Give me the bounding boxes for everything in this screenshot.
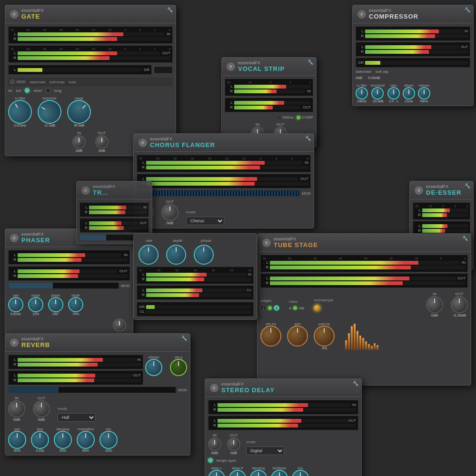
tube-in-r-fill — [270, 266, 411, 269]
phaser-mod-section: MOD — [8, 282, 130, 289]
deesser-out-r-fill — [422, 229, 445, 233]
gate-scfilter-knob[interactable] — [4, 96, 36, 128]
phaser-in-r-fill — [18, 258, 81, 262]
reverb-out-l-label: L — [10, 373, 16, 377]
tube-class-toggle-led[interactable] — [293, 306, 297, 310]
vocal-strip-out-meter: L R OUT — [225, 98, 313, 112]
sd-mode-dropdown[interactable]: Digital Analog Tape — [246, 446, 284, 455]
deesser-in-l: L — [415, 208, 468, 212]
reverb-mod-section: MOD — [8, 387, 187, 393]
reverb-time-val: 3.45s — [36, 449, 44, 452]
sd-in-io-label: IN — [213, 433, 217, 437]
phaser-phase-knob[interactable] — [48, 297, 63, 312]
reverb-mode-dropdown[interactable]: Hall Room Plate — [58, 413, 96, 422]
comp-in-badge: IN — [465, 30, 468, 33]
chorus-in-r-fill — [146, 166, 260, 169]
chorus-rate-knob[interactable] — [139, 245, 159, 265]
sd-damping-knob[interactable] — [250, 470, 267, 476]
reverb-modulation-knob[interactable] — [77, 431, 95, 449]
reverb-mix-knob[interactable] — [99, 431, 118, 449]
tremolo-out-l: L OUT — [82, 221, 147, 225]
gate-radio-short[interactable] — [25, 88, 30, 93]
tube-in-knob[interactable] — [426, 296, 443, 313]
gate-power-btn[interactable] — [10, 79, 15, 84]
sd-mix-knob[interactable] — [292, 470, 309, 476]
reverb-damping-knob[interactable] — [54, 431, 72, 449]
tremolo-out-r-bar — [89, 226, 147, 230]
tube-bar-5 — [357, 331, 358, 350]
compressor-plugin: e essentialFX COMPRESSOR 🔧 L IN — [352, 5, 474, 106]
chorus-header: e essentialFX CHORUS FLANGER 🔧 — [134, 134, 314, 152]
sd-delayR-knob[interactable] — [229, 470, 246, 476]
chorus-phase-knob[interactable] — [194, 245, 214, 265]
phaser-out-knob[interactable] — [113, 318, 126, 332]
sd-in-r-bar — [218, 408, 356, 412]
comp-release-knob[interactable] — [418, 87, 430, 99]
tube-out-l: L OUT — [263, 276, 466, 280]
tube-bar-9 — [368, 344, 370, 350]
sd-in-l-bar — [218, 403, 351, 407]
tube-oversample-led[interactable] — [314, 305, 320, 311]
reverb-in-knob[interactable] — [8, 400, 25, 417]
chorus-out-knob[interactable] — [161, 204, 178, 221]
reverb-release-knob[interactable] — [145, 359, 162, 376]
chorus-depth-knob[interactable] — [166, 245, 186, 265]
deesser-wrench-icon[interactable]: 🔧 — [465, 183, 470, 188]
phaser-out-r: R — [10, 274, 128, 278]
chorus-gr-bar: GR CL — [137, 302, 254, 317]
vocal-strip-wrench-icon[interactable]: 🔧 — [307, 60, 313, 65]
phaser-in-badge: IN — [124, 253, 128, 257]
tube-posteq-knob[interactable] — [314, 326, 335, 347]
deesser-out-r-label: R — [415, 228, 421, 233]
phaser-rate-knob[interactable] — [8, 297, 23, 312]
chorus-out-l-label: L — [139, 177, 145, 181]
chorus-mode-dropdown[interactable]: Chorus Flanger — [186, 217, 224, 225]
tube-stage-1-dot[interactable]: 1 — [260, 305, 266, 311]
reverb-time-knob[interactable] — [31, 431, 49, 449]
phaser-in-l: L IN — [10, 253, 128, 257]
stereo-delay-header: e essentialFX STEREO DELAY 🔧 — [205, 379, 361, 397]
chorus-depth-top-label: depth — [167, 238, 188, 243]
tube-stage-toggle-led[interactable] — [268, 306, 272, 310]
comp-attack-knob[interactable] — [403, 87, 415, 99]
gate-range-knob[interactable] — [62, 95, 96, 129]
phaser-shape-knob[interactable] — [28, 297, 43, 312]
gate-threshold-knob[interactable] — [33, 96, 66, 128]
reverb-out-knob[interactable] — [33, 400, 50, 417]
sd-delayL-knob[interactable] — [208, 470, 225, 476]
comp-ratio-knob[interactable] — [387, 87, 400, 99]
tremolo-out-meter: L OUT R — [79, 218, 149, 233]
vocal-strip-out-r: R OUT — [227, 105, 311, 109]
stereo-delay-wrench-icon[interactable]: 🔧 — [353, 381, 358, 386]
sd-tempo-sync-btn[interactable] — [208, 458, 213, 463]
chorus-out-l-bar — [146, 177, 298, 181]
tube-stage-2-dot[interactable]: 2 — [274, 305, 279, 311]
chorus-gr-bar-row: GR — [139, 305, 251, 309]
tube-gain-knob[interactable] — [287, 326, 308, 347]
sd-out-knob[interactable] — [227, 437, 240, 451]
reverb-wrench-icon[interactable]: 🔧 — [181, 336, 187, 341]
gate-in-knob[interactable] — [72, 135, 86, 149]
gate-wrench-icon[interactable]: 🔧 — [167, 7, 173, 12]
reverb-clipg-knob[interactable] — [170, 359, 187, 376]
sd-feedback-knob[interactable] — [271, 470, 288, 476]
gate-slider[interactable] — [16, 80, 26, 83]
reverb-size-knob[interactable] — [8, 431, 26, 449]
tube-stage-wrench-icon[interactable]: 🔧 — [462, 236, 468, 241]
gate-out-knob[interactable] — [95, 135, 109, 149]
comp-threshold-knob[interactable] — [371, 87, 384, 99]
compressor-wrench-icon[interactable]: 🔧 — [465, 7, 470, 12]
chorus-rate-top-label: rate — [139, 238, 159, 243]
chorus-wrench-icon[interactable]: 🔧 — [305, 136, 311, 141]
gate-radio-long[interactable] — [46, 88, 50, 93]
sd-in-knob[interactable] — [208, 437, 221, 451]
vs-in-l-label: L — [227, 84, 233, 89]
tremolo-out-badge: OUT — [139, 221, 147, 225]
comp-scfilter-knob[interactable] — [356, 87, 368, 99]
tube-bar-12 — [377, 345, 378, 350]
phaser-depth-knob[interactable] — [68, 297, 83, 312]
sd-damping-label: damping — [252, 466, 265, 470]
compressor-brand: essentialFX — [369, 8, 418, 13]
tube-preeq-knob[interactable] — [260, 326, 281, 347]
tube-out-knob[interactable] — [451, 296, 468, 313]
